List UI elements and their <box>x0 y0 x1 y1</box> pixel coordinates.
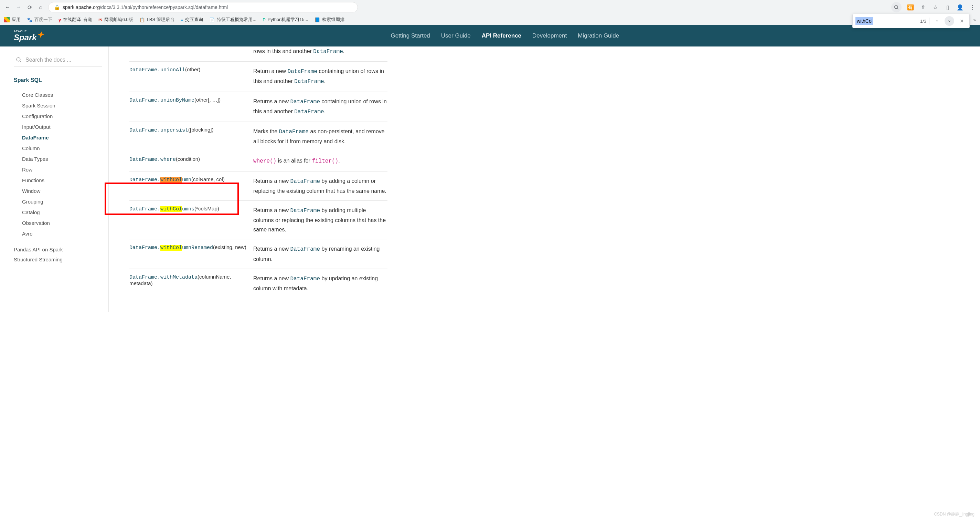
sidebar-item-dataframe[interactable]: DataFrame <box>14 132 102 143</box>
forward-button[interactable]: → <box>15 4 22 11</box>
table-row: DataFrame.unionByName(other[, …]) Return… <box>129 92 387 121</box>
table-row: DataFrame.unpersist([blocking]) Marks th… <box>129 121 387 151</box>
table-row: DataFrame.unionAll(other) Return a new D… <box>129 62 387 92</box>
api-unionbyname[interactable]: DataFrame.unionByName <box>129 97 194 103</box>
content: rows in this and another DataFrame. Data… <box>109 46 401 312</box>
search-icon <box>16 57 22 63</box>
lock-icon: 🔒 <box>54 5 60 10</box>
sidebar-section-title[interactable]: Spark SQL <box>14 77 102 83</box>
sidebar-item-column[interactable]: Column <box>14 143 102 153</box>
apps-button[interactable]: 应用 <box>4 16 21 23</box>
find-prev-button[interactable] <box>932 16 942 26</box>
reload-button[interactable]: ⟳ <box>26 4 33 11</box>
reading-list-icon[interactable]: ▯ <box>944 4 951 11</box>
api-withcolumnrenamed[interactable]: DataFrame.withColumnRenamed <box>129 245 213 251</box>
spark-nav: Getting Started User Guide API Reference… <box>391 32 619 39</box>
search-docs[interactable]: Search the docs ... <box>14 53 102 67</box>
bookmark-query[interactable]: ≡交互查询 <box>181 16 204 23</box>
url-bar[interactable]: 🔒 spark.apache.org/docs/3.3.1/api/python… <box>48 2 358 13</box>
browser-toolbar: ← → ⟳ ⌂ 🔒 spark.apache.org/docs/3.3.1/ap… <box>0 0 980 14</box>
find-next-button[interactable] <box>945 16 954 26</box>
sidebar-item-input-output[interactable]: Input/Output <box>14 121 102 132</box>
bookmark-163mail[interactable]: ✉网易邮箱6.0版 <box>99 16 133 23</box>
bookmarks-overflow[interactable]: » <box>974 17 976 22</box>
sidebar-item-data-types[interactable]: Data Types <box>14 153 102 164</box>
main-layout: Search the docs ... Spark SQL Core Class… <box>0 46 980 312</box>
table-row: DataFrame.withMetadata(columnName, metad… <box>129 269 387 298</box>
nav-development[interactable]: Development <box>532 32 567 39</box>
sidebar-item-spark-session[interactable]: Spark Session <box>14 100 102 111</box>
sidebar-item-core-classes[interactable]: Core Classes <box>14 89 102 100</box>
sidebar-pandas-api[interactable]: Pandas API on Spark <box>14 244 102 255</box>
bookmark-search-weekly[interactable]: 📘检索组周排 <box>315 16 344 23</box>
sidebar-item-configuration[interactable]: Configuration <box>14 111 102 121</box>
sidebar-structured-streaming[interactable]: Structured Streaming <box>14 255 102 265</box>
api-table: rows in this and another DataFrame. Data… <box>129 46 387 298</box>
find-bar: 1/3 <box>852 14 970 28</box>
bookmark-feature[interactable]: 📄特征工程概览常用... <box>209 16 256 23</box>
nav-getting-started[interactable]: Getting Started <box>391 32 430 39</box>
svg-point-1 <box>16 57 20 61</box>
nav-migration-guide[interactable]: Migration Guide <box>578 32 619 39</box>
star-icon[interactable]: ☆ <box>932 4 939 11</box>
sidebar-item-observation[interactable]: Observation <box>14 218 102 228</box>
translate-icon[interactable]: 🈶 <box>907 4 914 11</box>
sidebar-item-catalog[interactable]: Catalog <box>14 207 102 218</box>
browser-chrome: ← → ⟳ ⌂ 🔒 spark.apache.org/docs/3.3.1/ap… <box>0 0 980 25</box>
sidebar-item-row[interactable]: Row <box>14 164 102 175</box>
bookmark-youdao[interactable]: y在线翻译_有道 <box>59 16 92 23</box>
bookmark-baidu[interactable]: 🐾百度一下 <box>27 16 52 23</box>
table-row: rows in this and another DataFrame. <box>129 46 387 62</box>
profile-icon[interactable]: 👤 <box>956 4 964 11</box>
nav-user-guide[interactable]: User Guide <box>441 32 471 39</box>
sidebar-item-grouping[interactable]: Grouping <box>14 196 102 207</box>
home-button[interactable]: ⌂ <box>37 4 44 11</box>
table-row: DataFrame.where(condition) where() is an… <box>129 151 387 171</box>
api-withcolumn[interactable]: DataFrame.withColumn <box>129 177 191 183</box>
api-where[interactable]: DataFrame.where <box>129 157 176 163</box>
find-input[interactable] <box>856 17 917 25</box>
find-count: 1/3 <box>920 19 926 24</box>
api-withmetadata[interactable]: DataFrame.withMetadata <box>129 274 197 280</box>
bookmark-python-ml[interactable]: PPython机器学习15... <box>262 16 308 23</box>
sidebar-item-avro[interactable]: Avro <box>14 228 102 239</box>
api-unionall[interactable]: DataFrame.unionAll <box>129 67 185 73</box>
sidebar-item-functions[interactable]: Functions <box>14 175 102 186</box>
sidebar: Search the docs ... Spark SQL Core Class… <box>0 46 109 312</box>
code-dataframe[interactable]: DataFrame <box>313 49 343 55</box>
share-icon[interactable]: ⇧ <box>920 4 926 11</box>
nav-api-reference[interactable]: API Reference <box>482 32 521 39</box>
url-host: spark.apache.org <box>63 5 100 10</box>
sidebar-item-window[interactable]: Window <box>14 186 102 196</box>
table-row: DataFrame.withColumnRenamed(existing, ne… <box>129 239 387 269</box>
find-close-button[interactable] <box>957 16 967 26</box>
back-button[interactable]: ← <box>4 4 11 11</box>
menu-icon[interactable]: ⋮ <box>969 4 976 11</box>
api-unpersist[interactable]: DataFrame.unpersist <box>129 128 188 133</box>
svg-point-0 <box>895 5 898 9</box>
lens-button[interactable] <box>891 2 902 13</box>
search-placeholder: Search the docs ... <box>25 57 71 63</box>
url-path: /docs/3.3.1/api/python/reference/pyspark… <box>100 5 228 10</box>
spark-header: APACHE Spark✦ Getting Started User Guide… <box>0 25 980 46</box>
bookmark-lbs[interactable]: 📋LBS 管理后台 <box>139 16 175 23</box>
spark-logo[interactable]: APACHE Spark✦ <box>14 30 44 42</box>
annotation-red-box <box>105 182 239 215</box>
bookmarks-bar: 应用 🐾百度一下 y在线翻译_有道 ✉网易邮箱6.0版 📋LBS 管理后台 ≡交… <box>0 14 980 25</box>
sidebar-list: Core Classes Spark Session Configuration… <box>14 89 102 239</box>
browser-actions: 🈶 ⇧ ☆ ▯ 👤 ⋮ <box>891 2 976 13</box>
